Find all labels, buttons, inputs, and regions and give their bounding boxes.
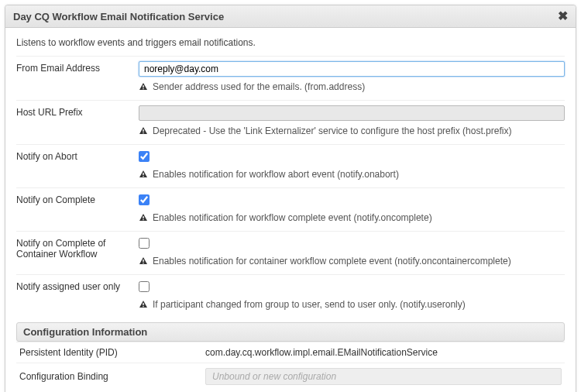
notify-useronly-checkbox[interactable]: [139, 281, 150, 292]
row-host-prefix: Host URL Prefix Deprecated - Use the 'Li…: [16, 100, 565, 144]
from-email-label: From Email Address: [16, 61, 131, 92]
warning-icon: [139, 212, 148, 222]
close-icon[interactable]: ✖: [558, 10, 568, 22]
notify-container-label: Notify on Complete of Container Workflow: [16, 236, 131, 266]
notify-container-checkbox[interactable]: [139, 238, 150, 249]
notify-abort-hint: Enables notification for workflow abort …: [153, 169, 399, 180]
dialog-title: Day CQ Workflow Email Notification Servi…: [13, 11, 224, 22]
warning-icon: [139, 256, 148, 265]
host-prefix-label: Host URL Prefix: [16, 105, 131, 136]
svg-rect-0: [143, 85, 143, 88]
svg-rect-10: [143, 303, 143, 305]
svg-rect-7: [143, 219, 143, 220]
from-email-hint: Sender address used for the emails. (fro…: [153, 81, 365, 92]
row-binding: Configuration Binding Unbound or new con…: [16, 363, 565, 390]
row-from-email: From Email Address Sender address used f…: [16, 56, 565, 100]
config-info-header: Configuration Information: [16, 322, 565, 342]
row-notify-container: Notify on Complete of Container Workflow…: [16, 231, 565, 274]
svg-rect-8: [143, 260, 143, 262]
notify-useronly-label: Notify assigned user only: [16, 280, 131, 310]
notify-complete-label: Notify on Complete: [16, 193, 131, 223]
svg-rect-11: [143, 306, 143, 307]
dialog-body: Listens to workflow events and triggers …: [5, 28, 576, 392]
warning-icon: [139, 81, 148, 91]
notify-complete-hint: Enables notification for workflow comple…: [153, 212, 432, 223]
svg-rect-6: [143, 216, 143, 218]
svg-rect-1: [143, 88, 143, 89]
row-notify-complete: Notify on Complete Enables notification …: [16, 187, 565, 231]
dialog-titlebar: Day CQ Workflow Email Notification Servi…: [5, 5, 576, 28]
row-notify-abort: Notify on Abort Enables notification for…: [16, 144, 565, 187]
svg-rect-2: [143, 129, 143, 132]
notify-complete-checkbox[interactable]: [139, 194, 150, 205]
dialog-description: Listens to workflow events and triggers …: [16, 37, 565, 48]
row-notify-useronly: Notify assigned user only If participant…: [16, 274, 565, 318]
svg-rect-3: [143, 132, 143, 133]
notify-abort-checkbox[interactable]: [139, 151, 150, 162]
host-prefix-input[interactable]: [139, 105, 565, 121]
from-email-input[interactable]: [139, 61, 565, 77]
notify-useronly-hint: If participant changed from group to use…: [153, 299, 466, 310]
notify-container-hint: Enables notification for container workf…: [153, 256, 511, 266]
svg-rect-4: [143, 173, 143, 175]
warning-icon: [139, 169, 148, 178]
warning-icon: [139, 126, 148, 135]
svg-rect-9: [143, 263, 143, 263]
pid-value: com.day.cq.workflow.impl.email.EMailNoti…: [205, 347, 562, 358]
warning-icon: [139, 299, 148, 308]
notify-abort-label: Notify on Abort: [16, 150, 131, 180]
binding-label: Configuration Binding: [19, 371, 198, 382]
config-dialog: Day CQ Workflow Email Notification Servi…: [5, 5, 576, 392]
host-prefix-hint: Deprecated - Use the 'Link Externalizer'…: [153, 126, 511, 136]
binding-value: Unbound or new configuration: [205, 368, 562, 385]
pid-label: Persistent Identity (PID): [19, 347, 198, 358]
row-pid: Persistent Identity (PID) com.day.cq.wor…: [16, 342, 565, 363]
svg-rect-5: [143, 176, 143, 177]
